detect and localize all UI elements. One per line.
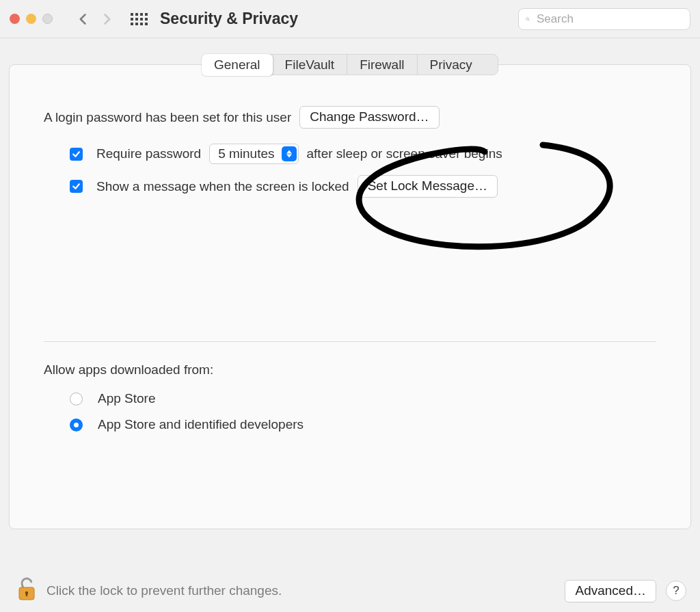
radio-app-store[interactable]: [70, 393, 83, 405]
require-password-checkbox[interactable]: [70, 148, 83, 161]
require-password-label-right: after sleep or screen saver begins: [307, 146, 502, 161]
divider: [44, 341, 656, 342]
change-password-button[interactable]: Change Password…: [299, 106, 439, 129]
show-lock-message-row: Show a message when the screen is locked…: [70, 175, 656, 198]
lock-hint-text: Click the lock to prevent further change…: [46, 583, 282, 598]
window-toolbar: Security & Privacy: [0, 0, 700, 38]
show-lock-message-label: Show a message when the screen is locked: [96, 179, 349, 194]
advanced-button[interactable]: Advanced…: [565, 580, 656, 602]
close-window-button[interactable]: [10, 14, 20, 24]
radio-app-store-row[interactable]: App Store: [70, 391, 656, 406]
show-all-prefs-icon[interactable]: [131, 13, 148, 25]
login-password-label: A login password has been set for this u…: [44, 110, 291, 125]
login-password-row: A login password has been set for this u…: [44, 106, 656, 129]
require-password-label-left: Require password: [96, 146, 201, 161]
forward-button[interactable]: [95, 8, 118, 31]
tab-privacy[interactable]: Privacy: [418, 55, 485, 75]
back-button[interactable]: [72, 8, 95, 31]
traffic-lights: [10, 14, 53, 24]
tab-filevault[interactable]: FileVault: [273, 55, 348, 75]
lock-icon[interactable]: [16, 576, 37, 606]
tab-firewall[interactable]: Firewall: [347, 55, 417, 75]
general-pane: A login password has been set for this u…: [9, 64, 691, 529]
svg-line-1: [528, 19, 530, 21]
set-lock-message-button[interactable]: Set Lock Message…: [358, 175, 498, 198]
window-title: Security & Privacy: [160, 10, 298, 28]
help-button[interactable]: ?: [666, 581, 686, 601]
minimize-window-button[interactable]: [26, 14, 36, 24]
show-lock-message-checkbox[interactable]: [70, 180, 83, 193]
svg-rect-5: [26, 593, 27, 596]
search-field[interactable]: [518, 8, 690, 30]
require-password-delay-value: 5 minutes: [218, 146, 274, 161]
require-password-delay-select[interactable]: 5 minutes: [209, 144, 298, 164]
footer: Click the lock to prevent further change…: [0, 570, 700, 612]
radio-identified-label: App Store and identified developers: [98, 417, 304, 432]
allow-apps-heading: Allow apps downloaded from:: [44, 362, 656, 377]
radio-identified-row[interactable]: App Store and identified developers: [70, 417, 656, 432]
tab-bar: General FileVault Firewall Privacy: [202, 54, 498, 75]
search-icon: [526, 14, 530, 25]
tab-general[interactable]: General: [202, 54, 273, 76]
require-password-row: Require password 5 minutes after sleep o…: [70, 144, 656, 164]
radio-identified-developers[interactable]: [70, 418, 83, 431]
select-stepper-icon: [282, 146, 297, 161]
zoom-window-button[interactable]: [42, 14, 53, 24]
radio-app-store-label: App Store: [98, 391, 156, 406]
search-input[interactable]: [535, 12, 683, 27]
